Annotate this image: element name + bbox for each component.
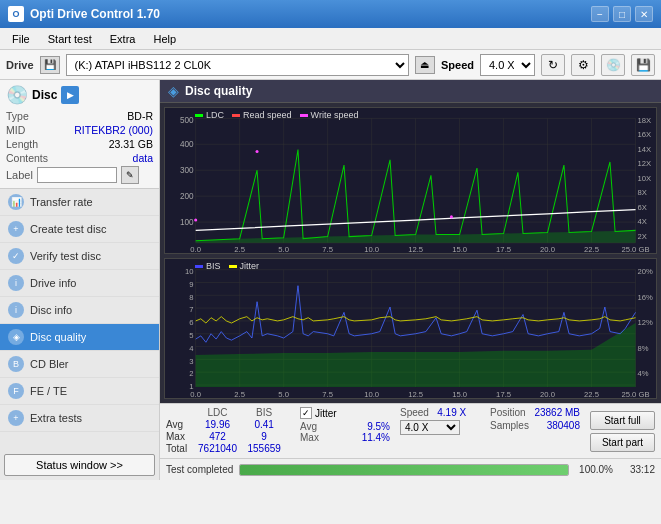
jitter-max-label: Max bbox=[300, 432, 319, 443]
svg-text:6X: 6X bbox=[638, 203, 647, 212]
chart-ldc: LDC Read speed Write speed bbox=[164, 107, 657, 254]
menubar: File Start test Extra Help bbox=[0, 28, 661, 50]
disc-button[interactable]: 💿 bbox=[601, 54, 625, 76]
disc-panel: 💿 Disc ▶ Type BD-R MID RITEKBR2 (000) Le… bbox=[0, 80, 159, 189]
disc-action-btn[interactable]: ▶ bbox=[61, 86, 79, 104]
save-button[interactable]: 💾 bbox=[631, 54, 655, 76]
svg-text:7.5: 7.5 bbox=[322, 390, 333, 398]
disc-type-row: Type BD-R bbox=[6, 110, 153, 122]
svg-text:22.5: 22.5 bbox=[584, 390, 600, 398]
verify-test-disc-icon: ✓ bbox=[8, 248, 24, 264]
max-label: Max bbox=[166, 431, 197, 443]
settings-button[interactable]: ⚙ bbox=[571, 54, 595, 76]
svg-text:16%: 16% bbox=[638, 293, 653, 302]
chart2-svg: 10 9 8 7 6 5 4 3 2 1 20% 16% 12% 8% 4% bbox=[165, 259, 656, 398]
fe-te-icon: F bbox=[8, 383, 24, 399]
read-dot bbox=[232, 114, 240, 117]
write-label: Write speed bbox=[311, 110, 359, 120]
write-dot-2 bbox=[256, 150, 259, 153]
svg-text:15.0: 15.0 bbox=[452, 245, 467, 253]
sidebar-item-extra-tests[interactable]: + Extra tests bbox=[0, 405, 159, 432]
stats-panel: LDC BIS Avg 19.96 0.41 Max 472 9 bbox=[160, 403, 661, 458]
jitter-checkbox[interactable]: ✓ bbox=[300, 407, 312, 419]
stats-row-avg: Avg 19.96 0.41 bbox=[166, 419, 290, 431]
svg-text:6: 6 bbox=[189, 318, 194, 327]
progress-label: Test completed bbox=[166, 464, 233, 475]
refresh-button[interactable]: ↻ bbox=[541, 54, 565, 76]
legend-ldc: LDC bbox=[195, 110, 224, 120]
sidebar-item-drive-info[interactable]: i Drive info bbox=[0, 270, 159, 297]
sidebar-item-create-test-disc[interactable]: + Create test disc bbox=[0, 216, 159, 243]
close-button[interactable]: ✕ bbox=[635, 6, 653, 22]
bis-dot bbox=[195, 265, 203, 268]
svg-text:15.0: 15.0 bbox=[452, 390, 468, 398]
speed-target-select[interactable]: 4.0 X bbox=[400, 420, 460, 435]
jitter-avg-value: 9.5% bbox=[367, 421, 390, 432]
sidebar-item-disc-quality[interactable]: ◈ Disc quality bbox=[0, 324, 159, 351]
svg-text:18X: 18X bbox=[638, 115, 652, 124]
chart2-legend: BIS Jitter bbox=[195, 261, 259, 271]
svg-text:16X: 16X bbox=[638, 130, 652, 139]
disc-header: 💿 Disc ▶ bbox=[6, 84, 153, 106]
start-part-button[interactable]: Start part bbox=[590, 433, 655, 452]
jitter-avg-label: Avg bbox=[300, 421, 317, 432]
speed-select[interactable]: 4.0 X bbox=[480, 54, 535, 76]
contents-label: Contents bbox=[6, 152, 48, 164]
avg-bis: 0.41 bbox=[246, 419, 290, 431]
sidebar-item-fe-te[interactable]: F FE / TE bbox=[0, 378, 159, 405]
write-dot-3 bbox=[450, 215, 453, 218]
max-bis: 9 bbox=[246, 431, 290, 443]
speed-row: Speed 4.19 X bbox=[400, 407, 480, 418]
svg-text:7.5: 7.5 bbox=[322, 245, 333, 253]
svg-text:5.0: 5.0 bbox=[278, 245, 289, 253]
svg-text:300: 300 bbox=[180, 166, 194, 175]
nav-items: 📊 Transfer rate + Create test disc ✓ Ver… bbox=[0, 189, 159, 450]
svg-text:400: 400 bbox=[180, 140, 194, 149]
menu-start-test[interactable]: Start test bbox=[40, 31, 100, 47]
sidebar-item-verify-test-disc[interactable]: ✓ Verify test disc bbox=[0, 243, 159, 270]
drive-select[interactable]: (K:) ATAPI iHBS112 2 CL0K bbox=[66, 54, 409, 76]
app-icon: O bbox=[8, 6, 24, 22]
total-ldc: 7621040 bbox=[197, 443, 247, 455]
avg-label: Avg bbox=[166, 419, 197, 431]
sidebar-item-transfer-rate[interactable]: 📊 Transfer rate bbox=[0, 189, 159, 216]
charts-container: LDC Read speed Write speed bbox=[160, 103, 661, 403]
svg-text:5: 5 bbox=[189, 331, 194, 340]
svg-text:8X: 8X bbox=[638, 188, 647, 197]
chart1-svg: 500 400 300 200 100 18X 16X 14X 12X 10X … bbox=[165, 108, 656, 253]
speed-section: Speed 4.19 X 4.0 X bbox=[400, 407, 480, 435]
mid-label: MID bbox=[6, 124, 25, 136]
cd-bler-icon: B bbox=[8, 356, 24, 372]
samples-label: Samples bbox=[490, 420, 529, 431]
progress-time: 33:12 bbox=[619, 464, 655, 475]
svg-text:17.5: 17.5 bbox=[496, 245, 511, 253]
transfer-rate-icon: 📊 bbox=[8, 194, 24, 210]
eject-icon[interactable]: ⏏ bbox=[415, 56, 435, 74]
status-window-button[interactable]: Status window >> bbox=[4, 454, 155, 476]
disc-title: Disc bbox=[32, 88, 57, 102]
menu-help[interactable]: Help bbox=[145, 31, 184, 47]
extra-tests-label: Extra tests bbox=[30, 412, 82, 424]
menu-extra[interactable]: Extra bbox=[102, 31, 144, 47]
chart-bis: BIS Jitter bbox=[164, 258, 657, 399]
minimize-button[interactable]: − bbox=[591, 6, 609, 22]
position-row: Position 23862 MB bbox=[490, 407, 580, 418]
total-bis: 155659 bbox=[246, 443, 290, 455]
bis-label: BIS bbox=[206, 261, 221, 271]
maximize-button[interactable]: □ bbox=[613, 6, 631, 22]
svg-text:12X: 12X bbox=[638, 159, 652, 168]
titlebar: O Opti Drive Control 1.70 − □ ✕ bbox=[0, 0, 661, 28]
jitter-label: Jitter bbox=[240, 261, 260, 271]
svg-text:20%: 20% bbox=[638, 267, 653, 276]
contents-value: data bbox=[133, 152, 153, 164]
length-value: 23.31 GB bbox=[109, 138, 153, 150]
sidebar-item-cd-bler[interactable]: B CD Bler bbox=[0, 351, 159, 378]
extra-tests-icon: + bbox=[8, 410, 24, 426]
start-full-button[interactable]: Start full bbox=[590, 411, 655, 430]
label-edit-btn[interactable]: ✎ bbox=[121, 166, 139, 184]
menu-file[interactable]: File bbox=[4, 31, 38, 47]
sidebar-item-disc-info[interactable]: i Disc info bbox=[0, 297, 159, 324]
label-input[interactable] bbox=[37, 167, 117, 183]
jitter-title: Jitter bbox=[315, 408, 337, 419]
disc-quality-label: Disc quality bbox=[30, 331, 86, 343]
